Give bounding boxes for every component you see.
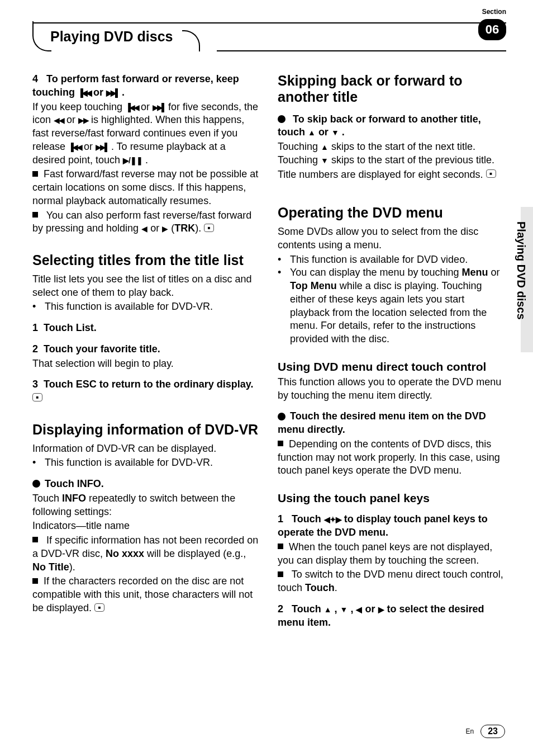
t: . <box>342 126 345 138</box>
t: Touch <box>305 582 335 593</box>
square-bullet-icon <box>278 441 283 446</box>
body-text: Touch INFO repeatedly to switch between … <box>32 492 261 519</box>
t: Touch List. <box>44 322 97 333</box>
n: 2 <box>32 343 38 355</box>
page-number-badge: 23 <box>480 725 505 738</box>
content-columns: 4 To perform fast forward or reverse, ke… <box>32 73 506 630</box>
fast-forward-icon <box>78 114 88 125</box>
down-arrow-icon <box>340 603 348 615</box>
bullet: •This function is available for DVD-VR. <box>32 456 261 470</box>
t: . <box>145 154 148 166</box>
bullet-dot: • <box>32 456 45 470</box>
t: Touching <box>278 141 321 152</box>
step-1: 1 Touch to display touch panel keys to o… <box>278 513 506 540</box>
left-arrow-icon <box>141 223 147 234</box>
n: 1 <box>32 322 38 333</box>
body-text: This function allows you to operate the … <box>278 376 506 403</box>
t: TRK <box>174 223 195 234</box>
section-number-badge: 06 <box>478 19 506 40</box>
t: Title numbers are displayed for eight se… <box>278 169 483 180</box>
t: Touch INFO. <box>45 478 104 489</box>
t: skips to the start of the previous title… <box>331 154 494 166</box>
square-bullet-icon <box>32 212 38 218</box>
action-dot-icon <box>32 480 40 488</box>
t: , <box>335 603 340 615</box>
step-number: 4 <box>32 73 38 84</box>
body-text: That selection will begin to play. <box>32 357 261 371</box>
right-column: Skipping back or forward to another titl… <box>278 73 506 630</box>
t: Touch <box>32 493 62 504</box>
t: No Title <box>32 561 69 573</box>
bullet-dot: • <box>32 300 45 314</box>
t: Menu <box>462 267 488 278</box>
note: If specific information has not been rec… <box>32 534 261 574</box>
note: Fast forward/fast reverse may not be pos… <box>32 168 261 207</box>
prev-track-icon <box>125 101 138 112</box>
n: 1 <box>278 513 283 525</box>
page-footer: En 23 <box>466 725 505 738</box>
note: When the touch panel keys are not displa… <box>278 541 506 568</box>
up-arrow-icon <box>321 141 329 152</box>
action-bullet: Touch INFO. <box>32 478 261 491</box>
t: If you keep touching <box>32 101 125 112</box>
down-arrow-icon <box>321 154 329 166</box>
t: If the characters recorded on the disc a… <box>32 575 253 613</box>
touch-control-icon <box>324 513 341 525</box>
step-text: To perform fast forward or reverse, keep… <box>32 73 239 98</box>
action-bullet: Touch the desired menu item on the DVD m… <box>278 410 506 437</box>
bullet: • You can display the menu by touching M… <box>278 266 506 346</box>
t: This function is available for DVD-VR. <box>45 456 261 470</box>
tab-curve-right <box>182 30 200 51</box>
play-pause-icon <box>123 154 142 166</box>
prev-track-icon <box>78 87 91 98</box>
n: 2 <box>278 603 283 615</box>
action-bullet: To skip back or forward to another title… <box>278 113 506 140</box>
page-header: Section 06 Playing DVD discs <box>32 22 506 53</box>
body-text: Some DVDs allow you to select from the d… <box>278 225 506 252</box>
right-arrow-icon <box>378 603 384 615</box>
note: Depending on the contents of DVD discs, … <box>278 438 506 478</box>
square-bullet-icon <box>278 544 283 549</box>
t: , <box>350 603 356 615</box>
step-text: or <box>93 87 106 98</box>
bullet-dot: • <box>278 253 290 267</box>
square-bullet-icon <box>32 578 38 584</box>
square-bullet-icon <box>32 537 38 542</box>
t: or <box>365 603 378 615</box>
end-section-icon <box>204 224 214 232</box>
heading-skipping: Skipping back or forward to another titl… <box>278 73 506 105</box>
t: You can display the menu by touching Men… <box>290 266 506 346</box>
down-arrow-icon <box>331 126 339 138</box>
t: or <box>488 267 500 278</box>
language-label: En <box>466 727 474 735</box>
step-1: 1 Touch List. <box>32 322 261 335</box>
left-column: 4 To perform fast forward or reverse, ke… <box>32 73 261 630</box>
manual-page: Section 06 Playing DVD discs Playing DVD… <box>0 0 533 756</box>
heading-direct-touch: Using DVD menu direct touch control <box>278 360 506 374</box>
heading-touch-panel-keys: Using the touch panel keys <box>278 491 506 505</box>
bullet: •This function is available for DVD-VR. <box>32 300 261 314</box>
heading-displaying-info: Displaying information of DVD-VR <box>32 422 261 438</box>
next-track-icon <box>96 141 108 152</box>
t: Fast forward/fast reverse may not be pos… <box>32 168 258 206</box>
body-text: Title list lets you see the list of titl… <box>32 273 261 300</box>
body-text: Touching skips to the start of the next … <box>278 140 506 167</box>
t: ). <box>195 223 201 234</box>
t: This function is available for DVD-VR. <box>45 300 261 314</box>
section-label: Section <box>482 8 506 16</box>
t: Touch ESC to return to the ordinary disp… <box>44 379 253 390</box>
tab-curve-left <box>32 21 51 51</box>
end-section-icon <box>486 169 496 178</box>
body-text: If you keep touching or for five seconds… <box>32 101 261 167</box>
step-2: 2 Touch , , or to select the desired men… <box>278 603 506 630</box>
square-bullet-icon <box>32 171 38 177</box>
bullet-dot: • <box>278 266 290 346</box>
heading-selecting-titles: Selecting titles from the title list <box>32 252 261 268</box>
step-2: 2 Touch your favorite title. <box>32 343 261 356</box>
up-arrow-icon <box>308 126 316 138</box>
note: If the characters recorded on the disc a… <box>32 575 261 615</box>
t: or <box>141 101 153 112</box>
step-3: 3 Touch ESC to return to the ordinary di… <box>32 378 261 405</box>
heading-operating-menu: Operating the DVD menu <box>278 205 506 221</box>
next-track-icon <box>106 87 119 98</box>
